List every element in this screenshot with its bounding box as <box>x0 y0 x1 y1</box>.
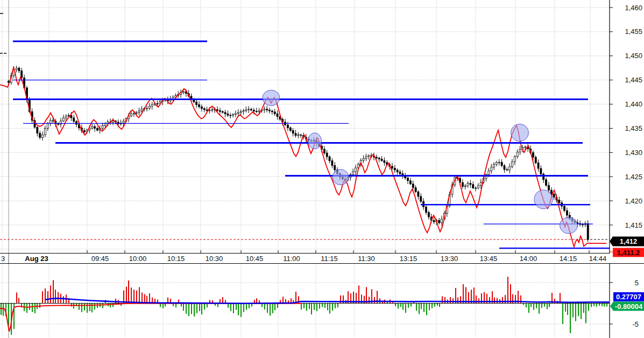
candle-body <box>94 126 96 128</box>
histogram-bar-down <box>240 304 242 317</box>
histogram-bar-up <box>131 287 132 303</box>
histogram-bar-up <box>128 280 129 303</box>
histogram-bar-up <box>494 298 495 304</box>
candle-body <box>264 109 265 110</box>
histogram-bar-down <box>421 304 422 309</box>
histogram-bar-up <box>282 297 284 303</box>
histogram-bar-down <box>572 304 574 318</box>
histogram-bar-down <box>565 304 566 312</box>
histogram-bar-down <box>81 304 82 312</box>
candle-body <box>537 163 539 168</box>
oscillator-panel[interactable] <box>0 277 610 335</box>
histogram-bar-down <box>528 304 529 313</box>
candle-body <box>420 196 422 201</box>
ellipse-annotation[interactable] <box>332 170 349 185</box>
candle-body <box>235 114 236 115</box>
time-tick-label: 13:15 <box>400 255 417 263</box>
histogram-bar-down <box>437 304 438 306</box>
histogram-bar-up <box>452 298 454 303</box>
histogram-bar-down <box>277 304 278 308</box>
histogram-bar-down <box>274 304 275 311</box>
time-tick-label: 13:45 <box>480 255 498 263</box>
histogram-bar-down <box>402 304 404 310</box>
time-tick-label: 13:30 <box>441 255 458 263</box>
histogram-bar-down <box>319 304 320 309</box>
candle-body <box>558 200 560 203</box>
candle-body <box>237 112 239 114</box>
histogram-bar-down <box>434 304 435 307</box>
histogram-bar-down <box>416 304 417 311</box>
histogram-bar-down <box>311 304 312 315</box>
histogram-bar-down <box>591 304 592 307</box>
histogram-bar-down <box>309 304 310 309</box>
price-tick-label: 1,460 <box>625 4 642 12</box>
histogram-bar-down <box>34 304 36 313</box>
candle-body <box>540 168 542 174</box>
histogram-bar-down <box>97 304 98 308</box>
candle-body <box>491 167 492 171</box>
candle-body <box>258 111 260 112</box>
candle-body <box>504 166 505 170</box>
ellipse-annotation[interactable] <box>534 190 553 209</box>
histogram-bar-up <box>442 296 443 303</box>
candle-body <box>227 114 229 116</box>
candle-body <box>512 162 513 167</box>
histogram-bar-down <box>601 304 603 306</box>
histogram-bar-down <box>588 304 589 311</box>
candle-body <box>478 186 479 188</box>
candle-body <box>271 111 273 112</box>
histogram-bar-down <box>314 304 315 310</box>
histogram-bar-down <box>196 304 197 313</box>
candle-body <box>514 157 515 162</box>
histogram-bar-down <box>530 304 532 307</box>
candle-body <box>331 161 333 166</box>
histogram-bar-down <box>194 304 195 317</box>
candle-body <box>355 168 357 172</box>
candle-body <box>295 133 296 136</box>
histogram-value-badge-arrow <box>610 302 613 311</box>
chart-window: 1,4601,4551,4501,4451,4401,4351,4301,425… <box>0 0 644 338</box>
histogram-bar-up <box>295 292 296 304</box>
histogram-bar-down <box>87 304 88 313</box>
candle-body <box>96 128 98 130</box>
histogram-bar-down <box>306 304 307 311</box>
osc-red-line <box>0 304 301 332</box>
candle-body <box>243 111 244 112</box>
time-tick-label: 11:00 <box>283 255 300 263</box>
histogram-bar-up <box>510 284 511 303</box>
signal-value-badge: 0.27707 <box>616 293 641 301</box>
candle-body <box>123 121 124 123</box>
candle-body <box>62 118 64 121</box>
histogram-bar-down <box>327 304 328 311</box>
histogram-bar-up <box>50 285 51 303</box>
histogram-bar-down <box>526 304 527 308</box>
candle-body <box>548 185 549 190</box>
histogram-bar-up <box>457 298 458 304</box>
time-tick-label: 10:45 <box>246 255 264 263</box>
candle-body <box>256 111 257 111</box>
candle-body <box>18 68 20 71</box>
histogram-bar-up <box>358 285 359 303</box>
ellipse-annotation[interactable] <box>511 124 529 142</box>
time-tick-label: 14:15 <box>560 255 577 263</box>
time-tick-label: 10:15 <box>167 255 185 263</box>
candle-body <box>58 124 59 124</box>
candle-body <box>587 223 589 240</box>
histogram-bar-down <box>604 304 605 307</box>
candle-body <box>365 157 367 158</box>
histogram-bar-down <box>301 304 302 310</box>
chart-canvas[interactable]: 1,4601,4551,4501,4451,4401,4351,4301,425… <box>0 0 644 338</box>
histogram-bar-down <box>246 304 247 310</box>
ellipse-annotations[interactable] <box>263 90 578 234</box>
histogram-bar-down <box>324 304 325 308</box>
candle-body <box>253 110 254 111</box>
histogram-bar-down <box>583 304 584 313</box>
histogram-bar-down <box>596 304 597 307</box>
histogram-bar-down <box>201 304 202 315</box>
ellipse-annotation[interactable] <box>560 217 578 234</box>
candle-body <box>323 149 325 153</box>
candle-body <box>292 131 294 133</box>
ellipse-annotation[interactable] <box>308 133 322 149</box>
ellipse-annotation[interactable] <box>263 90 280 105</box>
histogram-bar-down <box>570 304 571 333</box>
